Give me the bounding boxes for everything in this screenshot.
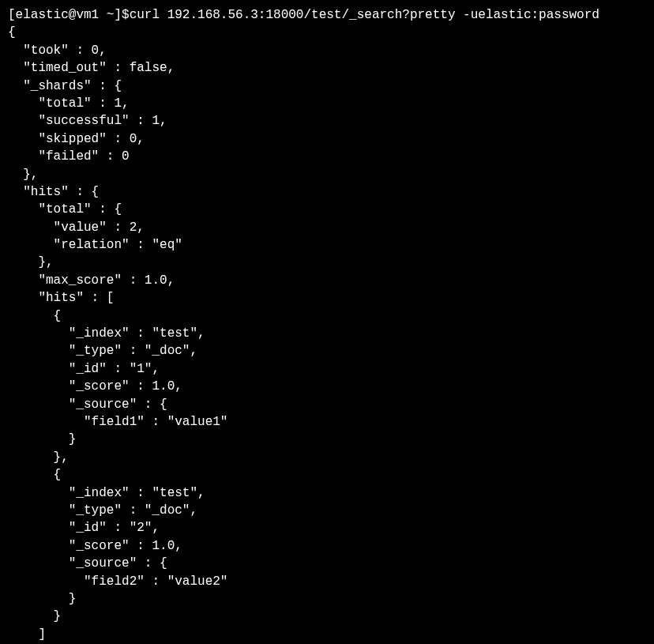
shell-command: curl 192.168.56.3:18000/test/_search?pre… <box>130 6 600 24</box>
command-output: { "took" : 0, "timed_out" : false, "_sha… <box>8 24 646 644</box>
shell-prompt: [elastic@vm1 ~]$ <box>8 6 130 24</box>
terminal-prompt-line[interactable]: [elastic@vm1 ~]$ curl 192.168.56.3:18000… <box>8 6 646 24</box>
